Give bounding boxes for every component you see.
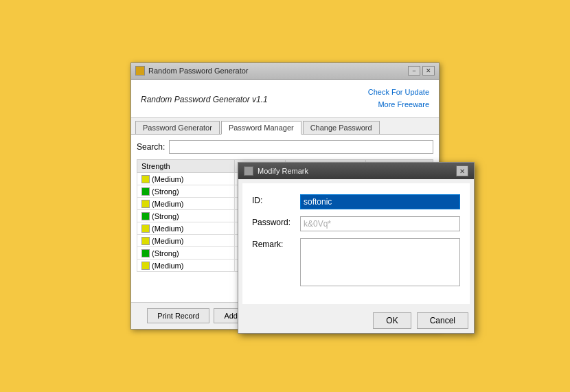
modal-icon <box>244 166 253 176</box>
strength-dot <box>141 249 150 257</box>
password-label: Password: <box>252 216 300 227</box>
strength-label: (Medium) <box>152 262 183 270</box>
strength-label: (Strong) <box>152 212 179 220</box>
header-links: Check For Update More Freeware <box>368 87 429 111</box>
cancel-button[interactable]: Cancel <box>417 312 468 329</box>
strength-label: (Medium) <box>152 224 183 233</box>
strength-dot <box>141 187 150 196</box>
strength-dot <box>141 224 150 233</box>
main-window: Random Password Generator − ✕ Random Pas… <box>130 62 440 330</box>
strength-label: (Medium) <box>152 200 183 208</box>
strength-dot <box>141 175 150 183</box>
ok-button[interactable]: OK <box>373 312 411 329</box>
strength-label: (Strong) <box>152 249 179 257</box>
close-button[interactable]: ✕ <box>422 66 435 76</box>
strength-dot <box>141 262 150 270</box>
check-update-link[interactable]: Check For Update <box>368 87 429 99</box>
title-bar: Random Password Generator − ✕ <box>131 63 439 80</box>
strength-label: (Medium) <box>152 175 183 183</box>
tab-password-generator[interactable]: Password Generator <box>135 121 220 134</box>
remark-textarea[interactable] <box>300 238 460 286</box>
search-input[interactable] <box>169 140 433 154</box>
id-row: ID: <box>252 194 460 209</box>
search-row: Search: <box>137 140 433 154</box>
strength-label: (Medium) <box>152 237 183 245</box>
password-input[interactable] <box>300 216 460 231</box>
strength-dot <box>141 212 150 220</box>
strength-dot <box>141 200 150 208</box>
search-label: Search: <box>137 142 165 152</box>
tab-change-password[interactable]: Change Password <box>303 121 380 134</box>
more-freeware-link[interactable]: More Freeware <box>368 99 429 111</box>
strength-dot <box>141 237 150 245</box>
app-header: Random Password Generator v1.1 Check For… <box>131 80 439 118</box>
remark-label: Remark: <box>252 238 300 249</box>
modal-title-bar: Modify Remark ✕ <box>238 163 474 179</box>
window-title: Random Password Generator <box>148 67 249 75</box>
print-record-button[interactable]: Print Record <box>147 308 209 323</box>
title-bar-left: Random Password Generator <box>135 66 249 76</box>
modal-title-text: Modify Remark <box>258 167 308 175</box>
app-icon <box>135 66 145 76</box>
modal-title-bar-left: Modify Remark <box>244 166 308 176</box>
col-strength: Strength <box>137 160 235 173</box>
tabs: Password Generator Password Manager Chan… <box>131 118 439 135</box>
title-bar-buttons: − ✕ <box>408 66 435 76</box>
modal-body: ID: Password: Remark: <box>242 183 470 304</box>
minimize-button[interactable]: − <box>408 66 420 76</box>
modify-remark-modal: Modify Remark ✕ ID: Password: Remark: <box>238 162 475 334</box>
remark-row: Remark: <box>252 238 460 286</box>
modal-close-button[interactable]: ✕ <box>456 165 468 176</box>
tab-password-manager[interactable]: Password Manager <box>221 121 301 135</box>
modal-footer: OK Cancel <box>238 308 474 333</box>
content-area: Search: Strength ID Password Remark (Med… <box>131 135 439 302</box>
app-title: Random Password Generator v1.1 <box>141 91 268 106</box>
strength-label: (Strong) <box>152 187 179 196</box>
id-label: ID: <box>252 194 300 205</box>
id-input[interactable] <box>300 194 460 209</box>
password-row: Password: <box>252 216 460 231</box>
